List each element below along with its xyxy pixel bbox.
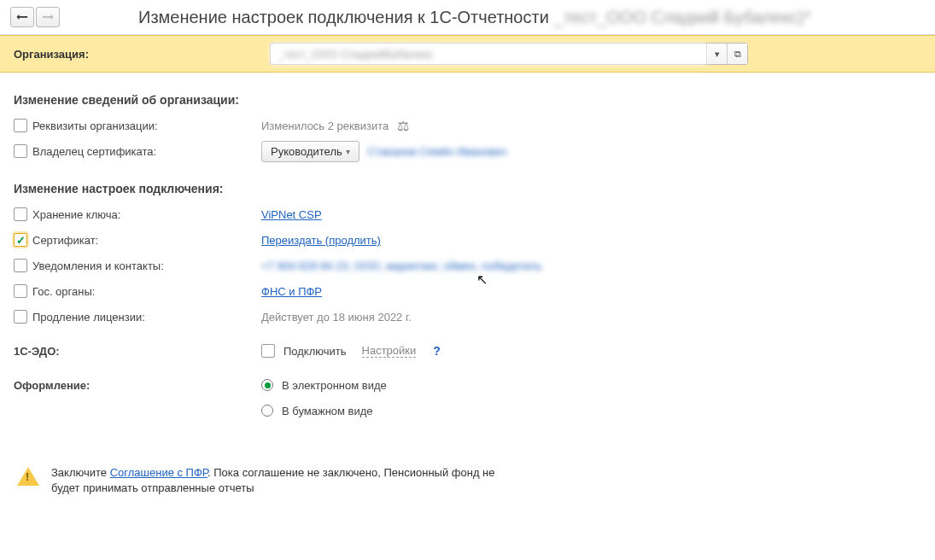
row-key-storage: Хранение ключа: ViPNet CSP xyxy=(14,202,921,226)
organization-label: Организация: xyxy=(14,48,261,61)
label-edo: 1С-ЭДО: xyxy=(14,345,261,358)
help-icon[interactable]: ? xyxy=(433,344,441,358)
owner-name-blur: Стаканов Семён Иванович xyxy=(368,145,507,158)
row-notifications: Уведомления и контакты: +7 904 828 84 23… xyxy=(14,254,921,277)
link-edo-settings[interactable]: Настройки xyxy=(362,344,417,358)
page-title-org-blur: _тест_ООО Сладкий Бубалекс)* xyxy=(554,8,811,27)
checkbox-key-storage[interactable] xyxy=(14,207,27,221)
arrow-left-icon: 🠔 xyxy=(16,10,28,24)
label-gov: Гос. органы: xyxy=(32,285,95,298)
organization-open-button[interactable]: ⧉ xyxy=(727,44,747,64)
row-edo: 1С-ЭДО: Подключить Настройки ? xyxy=(14,339,921,363)
row-license: Продление лицензии: Действует до 18 июня… xyxy=(14,305,921,329)
radio-electronic-label: В электронном виде xyxy=(282,379,387,392)
label-certificate: Сертификат: xyxy=(32,234,98,247)
checkbox-notifications[interactable] xyxy=(14,259,27,272)
checkbox-gov[interactable] xyxy=(14,284,27,298)
link-gov[interactable]: ФНС и ПФР xyxy=(261,285,322,298)
owner-role-button[interactable]: Руководитель ▾ xyxy=(261,141,359,162)
hint-requisites: Изменилось 2 реквизита xyxy=(261,120,389,132)
label-license: Продление лицензии: xyxy=(32,311,145,324)
checkbox-requisites[interactable] xyxy=(14,119,27,132)
warning-box: Заключите Соглашение с ПФР. Пока соглаше… xyxy=(14,465,921,496)
nav-forward-button[interactable]: 🠖 xyxy=(36,7,60,27)
checkbox-edo-connect[interactable] xyxy=(261,344,275,358)
label-key-storage: Хранение ключа: xyxy=(32,208,120,221)
checkbox-cert-owner[interactable] xyxy=(14,144,27,158)
organization-bar: Организация: ▾ ⧉ xyxy=(0,35,935,73)
chevron-down-icon: ▾ xyxy=(346,147,350,156)
row-requisites: Реквизиты организации: Изменилось 2 рекв… xyxy=(14,114,921,137)
nav-back-button[interactable]: 🠔 xyxy=(10,7,34,27)
radio-paper-label: В бумажном виде xyxy=(282,405,373,417)
toolbar: 🠔 🠖 Изменение настроек подключения к 1С-… xyxy=(0,0,935,35)
arrow-right-icon: 🠖 xyxy=(42,10,54,24)
page-title-text: Изменение настроек подключения к 1С-Отче… xyxy=(138,8,549,27)
label-cert-owner: Владелец сертификата: xyxy=(32,145,156,158)
open-external-icon: ⧉ xyxy=(734,49,741,60)
organization-input[interactable] xyxy=(271,44,706,64)
warning-link[interactable]: Соглашение с ПФР xyxy=(110,466,207,479)
section-org-header: Изменение сведений об организации: xyxy=(14,93,921,107)
page-title: Изменение настроек подключения к 1С-Отче… xyxy=(138,8,810,27)
radio-electronic[interactable] xyxy=(261,379,273,391)
chevron-down-icon: ▾ xyxy=(715,49,720,60)
warning-text: Заключите Соглашение с ПФР. Пока соглаше… xyxy=(51,465,495,496)
checkbox-license[interactable] xyxy=(14,310,27,324)
row-certificate: Сертификат: Переиздать (продлить) xyxy=(14,228,921,252)
notifications-value-blur: +7 904 828 84 23, ООО, маркетинг, обмен,… xyxy=(261,260,541,272)
link-certificate[interactable]: Переиздать (продлить) xyxy=(261,234,381,247)
owner-role-button-label: Руководитель xyxy=(271,145,342,158)
section-conn-header: Изменение настроек подключения: xyxy=(14,182,921,195)
radio-paper[interactable] xyxy=(261,405,273,417)
checkbox-certificate[interactable] xyxy=(14,233,27,247)
organization-dropdown-button[interactable]: ▾ xyxy=(706,44,727,64)
label-design: Оформление: xyxy=(14,379,261,392)
hint-license: Действует до 18 июня 2022 г. xyxy=(261,311,412,324)
edo-connect-label: Подключить xyxy=(283,345,347,358)
link-key-storage[interactable]: ViPNet CSP xyxy=(261,208,322,221)
label-notifications: Уведомления и контакты: xyxy=(32,260,164,272)
label-requisites: Реквизиты организации: xyxy=(32,120,158,132)
row-gov: Гос. органы: ФНС и ПФР xyxy=(14,279,921,303)
warning-icon xyxy=(17,467,39,486)
organization-combo[interactable]: ▾ ⧉ xyxy=(270,43,748,65)
scales-icon: ⚖ xyxy=(397,118,409,134)
row-design-paper: В бумажном виде xyxy=(14,399,921,423)
row-design-electronic: Оформление: В электронном виде xyxy=(14,373,921,397)
warning-pre: Заключите xyxy=(51,466,110,479)
row-cert-owner: Владелец сертификата: Руководитель ▾ Ста… xyxy=(14,139,921,163)
